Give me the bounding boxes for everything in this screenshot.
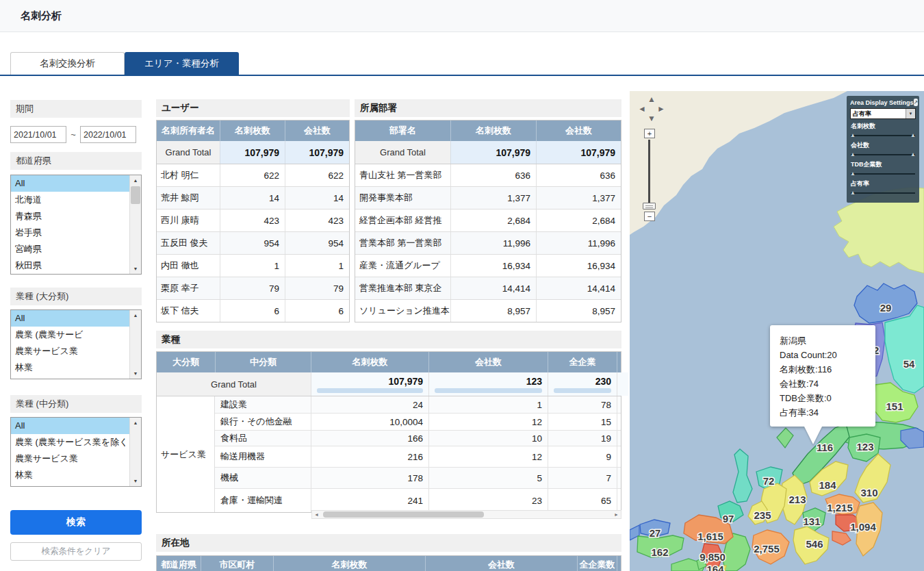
- industry-major-listbox[interactable]: All農業 (農業サービ農業サービス業林業漁業・水産養殖業 ▲ ▼: [10, 309, 142, 379]
- list-option[interactable]: 農業 (農業サービ: [11, 327, 129, 343]
- range-slider[interactable]: ▲: [851, 170, 915, 177]
- scroll-left-icon[interactable]: ◄: [312, 511, 321, 518]
- column-header[interactable]: 部署名: [355, 120, 450, 141]
- scroll-down-icon[interactable]: ▼: [130, 476, 141, 486]
- list-option[interactable]: 農業サービス業: [11, 451, 129, 467]
- list-option[interactable]: 岩手県: [11, 225, 129, 241]
- row-label: 産業・流通グループ: [355, 255, 450, 277]
- clear-search-button[interactable]: 検索条件をクリア: [10, 542, 142, 561]
- list-option[interactable]: All: [11, 418, 129, 434]
- industry-major-scrollbar[interactable]: ▲ ▼: [129, 310, 141, 379]
- date-to-input[interactable]: [80, 126, 136, 143]
- range-slider[interactable]: ▲▲: [851, 151, 915, 158]
- pan-right-icon[interactable]: ►: [657, 105, 665, 113]
- list-option[interactable]: All: [11, 175, 129, 192]
- chevron-down-icon[interactable]: ▼: [906, 109, 915, 118]
- map-value-label: 213: [788, 494, 806, 505]
- slider-handle-left[interactable]: ▲: [850, 132, 856, 139]
- list-option[interactable]: 青森県: [11, 208, 129, 225]
- column-header[interactable]: 会社数: [425, 556, 577, 571]
- pan-left-icon[interactable]: ◄: [638, 105, 646, 113]
- row-value: 8,957: [536, 300, 621, 322]
- row-value: 1: [285, 255, 349, 277]
- column-header[interactable]: 都道府県: [157, 556, 201, 571]
- slider-handle-left[interactable]: ▲: [850, 170, 856, 177]
- prefecture-listbox[interactable]: All北海道青森県岩手県宮崎県秋田県 ▲ ▼: [10, 175, 142, 275]
- map-pan-control[interactable]: ▲ ◄ ► ▼: [637, 95, 667, 127]
- japan-choropleth-map[interactable]: 2922541515116123721843102131,21523597131…: [630, 91, 924, 571]
- zoom-in-button[interactable]: +: [644, 129, 655, 138]
- scrollbar-thumb[interactable]: [323, 511, 484, 518]
- row-value: 423: [285, 210, 349, 231]
- date-from-input[interactable]: [10, 126, 66, 143]
- column-header[interactable]: 市区町村: [201, 556, 273, 571]
- search-button[interactable]: 検索: [10, 510, 142, 535]
- table-row: 西川 康晴423423: [157, 210, 349, 232]
- tooltip-line: TDB企業数:0: [780, 391, 867, 405]
- scroll-down-icon[interactable]: ▼: [130, 264, 141, 274]
- tab-card-exchange-analysis[interactable]: 名刺交換分析: [10, 52, 125, 75]
- expand-panel-icon[interactable]: ↗: [914, 99, 919, 106]
- scroll-up-icon[interactable]: ▲: [130, 175, 141, 186]
- column-header[interactable]: 中分類: [215, 352, 311, 372]
- column-header[interactable]: 名刺枚数: [311, 352, 428, 372]
- row-value: 79: [220, 277, 285, 299]
- column-header[interactable]: 全企業数: [577, 556, 617, 571]
- list-option[interactable]: 農業サービス業: [11, 343, 129, 359]
- column-header[interactable]: 全企業: [548, 352, 617, 372]
- column-header[interactable]: 名刺枚数: [450, 120, 536, 141]
- row-value: 24: [311, 396, 428, 413]
- row-value: 5: [428, 468, 548, 488]
- table-row: 食料品1661019: [215, 431, 621, 446]
- industry-middle-listbox[interactable]: All農業 (農業サービス業を除く農業サービス業林業漁業・水産養殖業 ▲ ▼: [10, 417, 142, 487]
- tooltip-pointer: [804, 427, 822, 444]
- slider-handle-right[interactable]: ▲: [910, 132, 916, 139]
- column-header[interactable]: 会社数: [536, 120, 621, 141]
- list-option[interactable]: 農業 (農業サービス業を除く: [11, 434, 129, 451]
- column-header[interactable]: 会社数: [428, 352, 548, 372]
- pan-up-icon[interactable]: ▲: [647, 95, 656, 103]
- zoom-slider-track[interactable]: [648, 140, 650, 205]
- list-option[interactable]: 秋田県: [11, 257, 129, 274]
- zoom-slider-thumb[interactable]: [643, 203, 656, 210]
- row-label: 内田 徹也: [157, 255, 220, 277]
- scroll-right-icon[interactable]: ►: [612, 511, 621, 518]
- column-header[interactable]: 会社数: [285, 120, 349, 141]
- list-option[interactable]: 漁業・水産養殖業: [11, 376, 129, 379]
- column-header-spacer: [617, 556, 622, 571]
- column-header[interactable]: 名刺枚数: [273, 556, 425, 571]
- list-option[interactable]: 林業: [11, 359, 129, 376]
- tab-area-industry-analysis[interactable]: エリア・業種分析: [125, 52, 239, 75]
- row-value: 636: [536, 164, 621, 186]
- row-value: 622: [220, 164, 285, 186]
- scroll-up-icon[interactable]: ▲: [130, 310, 141, 320]
- scrollbar-thumb[interactable]: [131, 186, 140, 204]
- column-header[interactable]: 名刺枚数: [220, 120, 285, 141]
- scroll-down-icon[interactable]: ▼: [130, 368, 141, 379]
- industry-horizontal-scrollbar[interactable]: ◄ ►: [311, 510, 621, 519]
- map-zoom-control[interactable]: + −: [639, 129, 660, 228]
- scroll-up-icon[interactable]: ▲: [130, 418, 141, 428]
- zoom-out-button[interactable]: −: [644, 212, 655, 221]
- list-option[interactable]: All: [11, 310, 129, 327]
- slider-handle-left[interactable]: ▲: [850, 190, 856, 196]
- slider-handle-left[interactable]: ▲: [850, 151, 856, 158]
- range-slider[interactable]: ▲: [851, 190, 915, 196]
- table-row: 経営企画本部 経営推2,6842,684: [355, 210, 621, 232]
- map-value-label: 546: [806, 538, 823, 550]
- range-slider[interactable]: ▲▲: [851, 132, 915, 139]
- grand-total-number: 123: [526, 376, 542, 387]
- prefecture-label: 都道府県: [10, 152, 142, 170]
- list-option[interactable]: 宮崎県: [11, 241, 129, 257]
- slider-handle-right[interactable]: ▲: [910, 151, 916, 158]
- metric-select[interactable]: 占有率 ▼: [850, 108, 916, 119]
- list-option[interactable]: 漁業・水産養殖業: [11, 483, 129, 486]
- list-option[interactable]: 北海道: [11, 192, 129, 208]
- column-header[interactable]: 大分類: [157, 352, 215, 372]
- prefecture-scrollbar[interactable]: ▲ ▼: [129, 175, 141, 274]
- pan-down-icon[interactable]: ▼: [647, 114, 656, 123]
- industry-middle-scrollbar[interactable]: ▲ ▼: [129, 418, 141, 486]
- list-option[interactable]: 林業: [11, 467, 129, 483]
- column-header[interactable]: 名刺所有者名: [157, 120, 220, 141]
- row-value: 954: [285, 232, 349, 254]
